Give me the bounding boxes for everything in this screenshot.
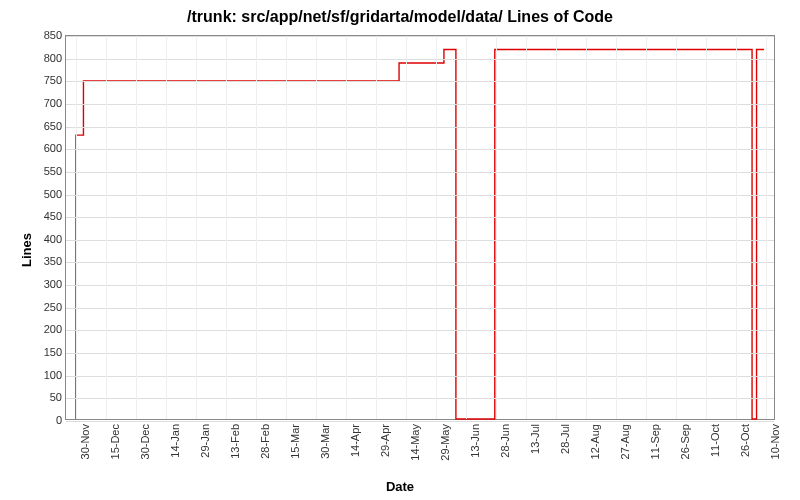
x-axis-label: Date (0, 479, 800, 494)
x-tick-label: 29-May (439, 424, 451, 461)
y-tick-label: 300 (30, 278, 62, 290)
x-tick-label: 30-Dec (139, 424, 151, 459)
grid-line (736, 36, 737, 419)
grid-line (66, 398, 774, 399)
grid-line (286, 36, 287, 419)
grid-line (256, 36, 257, 419)
grid-line (66, 149, 774, 150)
x-tick-label: 28-Feb (259, 424, 271, 459)
x-tick-label: 29-Jan (199, 424, 211, 458)
x-tick-label: 10-Nov (769, 424, 781, 459)
grid-line (166, 36, 167, 419)
grid-line (466, 36, 467, 419)
grid-line (66, 36, 774, 37)
grid-line (66, 81, 774, 82)
x-tick-label: 15-Mar (289, 424, 301, 459)
y-tick-label: 850 (30, 29, 62, 41)
y-tick-label: 550 (30, 165, 62, 177)
x-tick-label: 13-Feb (229, 424, 241, 459)
grid-line (616, 36, 617, 419)
grid-line (66, 195, 774, 196)
grid-line (556, 36, 557, 419)
x-tick-label: 28-Jul (559, 424, 571, 454)
grid-line (766, 36, 767, 419)
grid-line (496, 36, 497, 419)
x-tick-label: 28-Jun (499, 424, 511, 458)
chart-title: /trunk: src/app/net/sf/gridarta/model/da… (0, 8, 800, 26)
x-tick-label: 14-Apr (349, 424, 361, 457)
grid-line (376, 36, 377, 419)
grid-line (66, 376, 774, 377)
x-tick-label: 13-Jun (469, 424, 481, 458)
grid-line (66, 104, 774, 105)
y-tick-label: 150 (30, 346, 62, 358)
y-tick-label: 800 (30, 52, 62, 64)
grid-line (66, 308, 774, 309)
x-tick-label: 11-Sep (649, 424, 661, 459)
grid-line (676, 36, 677, 419)
grid-line (706, 36, 707, 419)
y-tick-label: 50 (30, 391, 62, 403)
x-tick-label: 15-Dec (109, 424, 121, 459)
grid-line (646, 36, 647, 419)
grid-line (66, 262, 774, 263)
y-tick-label: 350 (30, 255, 62, 267)
grid-line (226, 36, 227, 419)
grid-line (196, 36, 197, 419)
x-tick-label: 29-Apr (379, 424, 391, 457)
y-tick-label: 700 (30, 97, 62, 109)
grid-line (106, 36, 107, 419)
grid-line (316, 36, 317, 419)
x-tick-label: 27-Aug (619, 424, 631, 459)
x-tick-label: 14-Jan (169, 424, 181, 458)
chart-container: /trunk: src/app/net/sf/gridarta/model/da… (0, 0, 800, 500)
line-series (66, 36, 774, 419)
x-tick-label: 26-Oct (739, 424, 751, 457)
y-tick-label: 450 (30, 210, 62, 222)
grid-line (66, 330, 774, 331)
y-tick-label: 750 (30, 74, 62, 86)
grid-line (66, 353, 774, 354)
grid-line (66, 127, 774, 128)
data-line (76, 50, 764, 419)
x-tick-label: 30-Mar (319, 424, 331, 459)
grid-line (66, 217, 774, 218)
grid-line (66, 59, 774, 60)
grid-line (526, 36, 527, 419)
y-tick-label: 100 (30, 369, 62, 381)
grid-line (66, 240, 774, 241)
x-tick-label: 12-Aug (589, 424, 601, 459)
y-tick-label: 200 (30, 323, 62, 335)
grid-line (66, 421, 774, 422)
y-tick-label: 250 (30, 301, 62, 313)
plot-area (65, 35, 775, 420)
y-tick-label: 600 (30, 142, 62, 154)
x-tick-label: 13-Jul (529, 424, 541, 454)
grid-line (406, 36, 407, 419)
grid-line (586, 36, 587, 419)
x-tick-label: 30-Nov (79, 424, 91, 459)
grid-line (436, 36, 437, 419)
y-tick-label: 400 (30, 233, 62, 245)
grid-line (76, 36, 77, 419)
x-tick-label: 26-Sep (679, 424, 691, 459)
grid-line (346, 36, 347, 419)
grid-line (66, 285, 774, 286)
y-tick-label: 500 (30, 188, 62, 200)
grid-line (136, 36, 137, 419)
x-tick-label: 14-May (409, 424, 421, 461)
grid-line (66, 172, 774, 173)
y-tick-label: 0 (30, 414, 62, 426)
x-tick-label: 11-Oct (709, 424, 721, 457)
y-tick-label: 650 (30, 120, 62, 132)
